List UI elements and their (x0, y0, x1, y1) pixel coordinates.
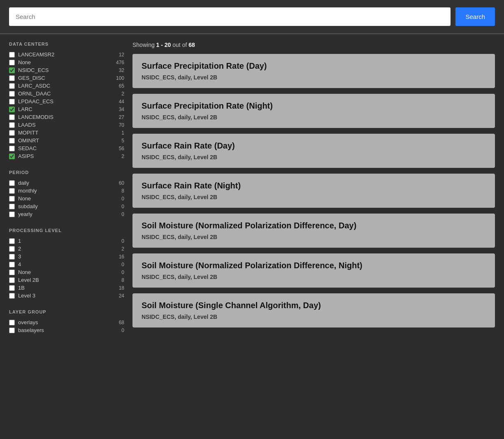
filter-item-count: 32 (119, 67, 124, 73)
filter-item: GES_DISC100 (9, 74, 124, 82)
filter-item-count: 0 (121, 269, 124, 275)
filter-checkbox[interactable] (9, 75, 15, 81)
result-card[interactable]: Surface Precipitation Rate (Night)NSIDC_… (132, 94, 495, 128)
filter-item-label: LPDAAC_ECS (18, 98, 117, 105)
filter-checkbox[interactable] (9, 246, 15, 252)
result-card-title: Surface Precipitation Rate (Night) (142, 101, 486, 111)
filter-item: baselayers0 (9, 326, 124, 334)
filter-item-label: monthly (18, 188, 120, 194)
filter-checkbox[interactable] (9, 211, 15, 217)
result-card[interactable]: Surface Precipitation Rate (Day)NSIDC_EC… (132, 54, 495, 88)
filter-item: 22 (9, 245, 124, 253)
filter-item-count: 100 (116, 75, 124, 81)
result-card-title: Soil Moisture (Single Channel Algorithm,… (142, 301, 486, 310)
result-card-title: Surface Rain Rate (Night) (142, 181, 486, 190)
results-middle: out of (171, 42, 188, 48)
results-range: 1 - 20 (156, 42, 171, 48)
filter-item-label: NSIDC_ECS (18, 67, 117, 73)
filter-item-count: 24 (119, 293, 124, 299)
result-card[interactable]: Soil Moisture (Normalized Polarization D… (132, 214, 495, 248)
filter-checkbox[interactable] (9, 52, 15, 58)
filter-item-count: 2 (121, 91, 124, 97)
filter-item-count: 34 (119, 107, 124, 112)
result-card[interactable]: Soil Moisture (Single Channel Algorithm,… (132, 293, 495, 328)
result-card-meta: NSIDC_ECS, daily, Level 2B (142, 114, 486, 121)
filter-item-label: None (18, 269, 120, 275)
filter-checkbox[interactable] (9, 328, 15, 333)
filter-checkbox[interactable] (9, 114, 15, 120)
filter-checkbox[interactable] (9, 138, 15, 144)
filter-item-count: 27 (119, 114, 124, 120)
filter-item: NSIDC_ECS32 (9, 66, 124, 74)
result-card[interactable]: Soil Moisture (Normalized Polarization D… (132, 253, 495, 288)
layer-group-list: overlays68baselayers0 (9, 318, 124, 334)
result-card[interactable]: Surface Rain Rate (Day)NSIDC_ECS, daily,… (132, 134, 495, 168)
filter-item-count: 8 (121, 277, 124, 283)
header: Search (0, 0, 504, 34)
filter-checkbox[interactable] (9, 262, 15, 267)
filter-checkbox[interactable] (9, 269, 15, 275)
result-card[interactable]: Surface Rain Rate (Night)NSIDC_ECS, dail… (132, 174, 495, 208)
filter-checkbox[interactable] (9, 83, 15, 89)
filter-checkbox[interactable] (9, 320, 15, 325)
filter-checkbox[interactable] (9, 238, 15, 244)
filter-checkbox[interactable] (9, 91, 15, 97)
filter-item-label: Level 3 (18, 293, 117, 299)
filter-section-period: PERIOD daily60monthly8None0subdaily0year… (9, 170, 124, 218)
filter-title-layer-group: LAYER GROUP (9, 309, 124, 314)
results-summary: Showing 1 - 20 out of 68 (132, 42, 495, 48)
result-card-meta: NSIDC_ECS, daily, Level 2B (142, 154, 486, 160)
filter-item-count: 1 (121, 130, 124, 136)
results-area: Showing 1 - 20 out of 68 Surface Precipi… (132, 42, 495, 344)
filter-item: LAADS70 (9, 121, 124, 129)
filter-item-label: ORNL_DAAC (18, 91, 120, 97)
filter-item-label: 2 (18, 246, 120, 252)
filter-checkbox[interactable] (9, 277, 15, 283)
filter-checkbox[interactable] (9, 153, 15, 159)
processing-level-list: 102231640None0Level 2B81B18Level 324 (9, 237, 124, 300)
filter-checkbox[interactable] (9, 122, 15, 128)
filter-item: LANCEMODIS27 (9, 113, 124, 121)
filter-item-count: 476 (116, 60, 124, 65)
filter-checkbox[interactable] (9, 196, 15, 202)
filter-checkbox[interactable] (9, 188, 15, 194)
filter-checkbox[interactable] (9, 99, 15, 105)
filter-item-count: 70 (119, 122, 124, 128)
filter-checkbox[interactable] (9, 285, 15, 291)
filter-checkbox[interactable] (9, 180, 15, 186)
filter-item-count: 0 (121, 204, 124, 209)
filter-item-count: 2 (121, 246, 124, 252)
filter-item: LPDAAC_ECS44 (9, 98, 124, 105)
filter-item: SEDAC56 (9, 144, 124, 152)
filter-item-count: 56 (119, 146, 124, 151)
filter-checkbox[interactable] (9, 204, 15, 209)
search-input[interactable] (9, 7, 451, 26)
filter-item-count: 68 (119, 320, 124, 325)
filter-checkbox[interactable] (9, 293, 15, 299)
filter-item-label: 4 (18, 261, 120, 267)
filter-item-label: None (18, 195, 120, 202)
filter-title-period: PERIOD (9, 170, 124, 175)
filter-item-label: None (18, 59, 114, 65)
filter-item-label: LANCEAMSR2 (18, 51, 117, 58)
filter-item: LARC_ASDC65 (9, 82, 124, 90)
filter-title-processing-level: PROCESSING LEVEL (9, 228, 124, 233)
filter-checkbox[interactable] (9, 107, 15, 112)
filter-item: MOPITT1 (9, 129, 124, 137)
results-summary-prefix: Showing (132, 42, 156, 48)
filter-item: daily60 (9, 179, 124, 187)
filter-item-count: 44 (119, 99, 124, 105)
filter-checkbox[interactable] (9, 254, 15, 260)
filter-item-label: OMINRT (18, 137, 120, 144)
filter-checkbox[interactable] (9, 130, 15, 136)
filter-checkbox[interactable] (9, 146, 15, 151)
filter-item-label: 1 (18, 238, 120, 244)
filter-checkbox[interactable] (9, 60, 15, 65)
filter-checkbox[interactable] (9, 67, 15, 73)
filter-item-label: GES_DISC (18, 75, 114, 81)
result-card-meta: NSIDC_ECS, daily, Level 2B (142, 314, 486, 320)
filter-item: None0 (9, 195, 124, 202)
search-button[interactable]: Search (455, 7, 495, 26)
filter-item-count: 0 (121, 328, 124, 333)
filter-item-count: 0 (121, 238, 124, 244)
